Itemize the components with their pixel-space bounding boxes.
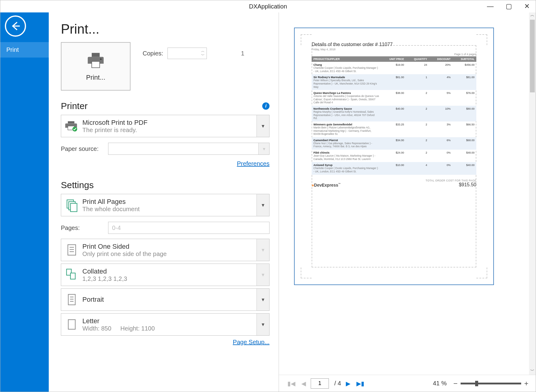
chevron-down-icon[interactable]: ▾ — [256, 239, 269, 261]
first-page-button[interactable]: ▮◀ — [286, 379, 296, 388]
copies-input[interactable] — [168, 48, 253, 59]
svg-rect-12 — [71, 273, 75, 279]
copies-field[interactable]: ︿ ﹀ — [167, 48, 207, 59]
total-value: $915.50 — [426, 182, 476, 188]
collate-icon — [65, 268, 79, 282]
preview-scrollbar[interactable]: ︿ ﹀ — [529, 12, 536, 375]
svg-rect-0 — [92, 61, 100, 68]
paper-height: Height: 1100 — [121, 325, 155, 332]
printer-section-heading: Printer — [61, 101, 88, 111]
zoom-label: 41 % — [433, 380, 447, 387]
maximize-button[interactable]: ▢ — [506, 2, 512, 10]
chevron-down-icon[interactable]: ▾ — [256, 314, 269, 335]
prev-page-button[interactable]: ◀ — [300, 379, 307, 388]
zoom-out-button[interactable]: − — [453, 379, 458, 388]
table-row: Northwoods Cranberry SauceRegina Murphy … — [312, 106, 476, 121]
paper-size-icon — [65, 317, 79, 331]
paper-source-select[interactable]: ▾ — [108, 143, 270, 155]
sides-select[interactable]: Print One Sided Only print one side of t… — [61, 239, 270, 261]
chevron-down-icon[interactable]: ▾ — [256, 115, 269, 137]
pages-input[interactable] — [108, 222, 269, 234]
page-icon — [65, 243, 79, 257]
table-row: Camembert PierrotEliane Noz ( Gai pâtura… — [312, 137, 476, 150]
preferences-link[interactable]: Preferences — [237, 160, 270, 167]
collate-select[interactable]: Collated 1,2,3 1,2,3 1,2,3 ▾ — [61, 264, 270, 286]
next-page-button[interactable]: ▶ — [345, 379, 352, 388]
report-title: Details of the customer order # 11077 — [312, 42, 476, 47]
print-range-sub: The whole document — [82, 206, 256, 213]
copies-label: Copies: — [143, 50, 163, 57]
svg-rect-17 — [68, 320, 75, 329]
arrow-left-icon — [10, 21, 21, 32]
scroll-up-button[interactable]: ︿ — [529, 12, 535, 19]
window-title: DXApplication — [249, 3, 287, 10]
orientation-title: Portrait — [82, 296, 256, 304]
pages-field[interactable] — [108, 222, 270, 234]
svg-rect-6 — [71, 203, 77, 211]
svg-rect-7 — [68, 245, 76, 255]
printer-icon — [87, 51, 105, 69]
printer-select[interactable]: Microsoft Print to PDF The printer is re… — [61, 115, 270, 137]
print-button[interactable]: Print... — [61, 42, 131, 91]
copies-spin-up[interactable]: ︿ — [201, 49, 205, 53]
table-row: ChangCharlotte Cooper ( Exotic Liquids, … — [312, 62, 476, 74]
paper-width: Width: 850 — [82, 325, 111, 332]
print-range-select[interactable]: Print All Pages The whole document ▾ — [61, 194, 270, 216]
table-row: Sir Rodney's MarmaladePeter Wilson ( Spe… — [312, 74, 476, 90]
paper-source-label: Paper source: — [61, 145, 103, 152]
report-page-of: Page 1 of 4 pages — [312, 53, 476, 56]
collate-sub: 1,2,3 1,2,3 1,2,3 — [82, 275, 256, 282]
collate-title: Collated — [82, 267, 256, 275]
preview-page: Details of the customer order # 11077 Fr… — [294, 28, 494, 285]
zoom-slider[interactable] — [461, 383, 521, 384]
chevron-down-icon[interactable]: ▾ — [256, 264, 269, 286]
zoom-slider-thumb[interactable] — [475, 381, 478, 386]
scroll-down-button[interactable]: ﹀ — [529, 368, 535, 375]
pages-label: Pages: — [61, 224, 103, 231]
sidebar-item-print[interactable]: Print — [0, 42, 49, 58]
zoom-in-button[interactable]: + — [524, 379, 528, 388]
paper-size-select[interactable]: Letter Width: 850 Height: 1100 ▾ — [61, 313, 270, 336]
printer-ready-icon — [65, 119, 79, 133]
print-range-title: Print All Pages — [82, 198, 256, 206]
page-title: Print... — [61, 22, 270, 37]
printer-status: The printer is ready. — [82, 127, 256, 134]
report-table: PRODUCT/SUPPLIERUNIT PRICEQUANTITYDISCOU… — [312, 56, 476, 175]
table-row: Queso Manchego La PastoraAntonio del Val… — [312, 90, 476, 106]
pages-stack-icon — [65, 198, 79, 212]
last-page-button[interactable]: ▶▮ — [355, 379, 366, 388]
printer-name: Microsoft Print to PDF — [82, 119, 256, 127]
sides-title: Print One Sided — [82, 243, 256, 251]
paper-source-input[interactable] — [108, 143, 258, 154]
chevron-down-icon[interactable]: ▾ — [256, 194, 269, 216]
preview-canvas[interactable]: Details of the customer order # 11077 Fr… — [279, 12, 529, 375]
devexpress-logo: »DevExpress™ — [312, 183, 341, 188]
table-row: Aniseed SyrupCharlotte Cooper ( Exotic L… — [312, 162, 476, 174]
total-pages-label: / 4 — [334, 380, 341, 387]
minimize-button[interactable]: — — [487, 2, 494, 10]
svg-rect-13 — [68, 294, 75, 305]
sidebar: Print — [0, 12, 49, 392]
report-date: Friday, May 4, 2018 — [312, 48, 476, 51]
scroll-thumb[interactable] — [530, 20, 535, 92]
settings-section-heading: Settings — [61, 180, 94, 190]
table-row: Pâté chinoisJean-Guy Lauzon ( Ma Maison,… — [312, 150, 476, 162]
back-button[interactable] — [5, 15, 26, 37]
chevron-down-icon[interactable]: ▾ — [258, 143, 269, 154]
sides-sub: Only print one side of the page — [82, 251, 256, 257]
page-setup-link[interactable]: Page Setup... — [233, 339, 270, 346]
info-icon[interactable]: i — [262, 102, 270, 110]
copies-spin-down[interactable]: ﹀ — [201, 53, 205, 57]
preview-nav-bar: ▮◀ ◀ / 4 ▶ ▶▮ 41 % − + — [279, 375, 536, 392]
close-button[interactable]: ✕ — [524, 2, 530, 10]
title-bar: DXApplication — ▢ ✕ — [0, 0, 536, 12]
paper-size-title: Letter — [82, 317, 256, 325]
orientation-select[interactable]: Portrait ▾ — [61, 288, 270, 311]
chevron-down-icon[interactable]: ▾ — [256, 289, 269, 311]
svg-point-1 — [100, 58, 102, 60]
total-label: TOTAL ORDER COST FOR THIS PAGE — [426, 179, 476, 182]
print-options-panel: Print... Print... Copies: — [49, 12, 279, 392]
current-page-input[interactable] — [311, 378, 329, 389]
preview-panel: Details of the customer order # 11077 Fr… — [279, 12, 536, 392]
table-row: Wimmers gute SemmelknödelMartin Bein ( P… — [312, 121, 476, 137]
